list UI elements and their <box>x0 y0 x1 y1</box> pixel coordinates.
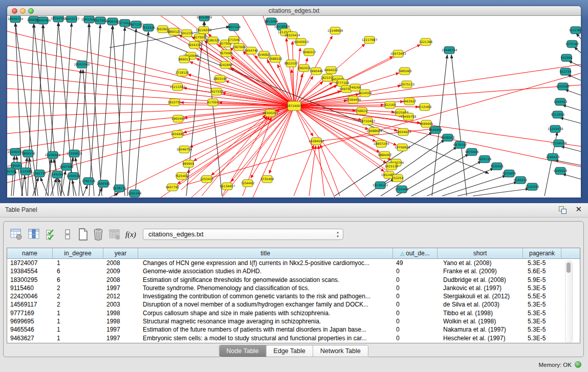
graph-node[interactable]: 1675685 <box>220 50 233 57</box>
table-row[interactable]: 911546021997Tourette syndrome. Phenomeno… <box>7 284 580 292</box>
citation-edge[interactable] <box>555 160 581 165</box>
table-cell[interactable]: 5.3E-5 <box>523 334 561 342</box>
graph-node[interactable]: 39152 <box>7 168 15 175</box>
graph-node[interactable]: 1221396 <box>419 38 433 46</box>
citation-edge-selected[interactable] <box>184 106 294 133</box>
column-header-short[interactable]: short <box>438 248 523 259</box>
graph-node[interactable]: 7515526 <box>142 24 156 31</box>
table-cell[interactable]: de Silva et al. (2003) <box>438 300 523 309</box>
table-cell[interactable]: 19384554 <box>7 267 53 275</box>
table-cell[interactable]: 0 <box>393 284 438 292</box>
graph-node[interactable]: 1810755 <box>168 99 182 106</box>
table-cell[interactable]: 5.5E-5 <box>523 292 561 300</box>
table-cell[interactable]: Stergiakouli et al. (2012) <box>438 292 523 300</box>
graph-node[interactable]: 7485063 <box>398 68 412 75</box>
graph-node[interactable]: 1115685 <box>19 168 33 175</box>
graph-node[interactable]: 1609581 <box>97 180 111 187</box>
graph-node[interactable]: 1678275 <box>113 185 126 192</box>
table-row[interactable]: 1830029562008Estimation of significance … <box>7 276 580 284</box>
clear-selection-icon[interactable] <box>61 228 74 241</box>
graph-node[interactable]: 9097588 <box>60 163 74 170</box>
graph-node[interactable]: 2935114 <box>478 156 492 163</box>
table-settings-icon[interactable] <box>10 228 23 241</box>
graph-node[interactable]: 417004 <box>207 99 219 106</box>
table-cell[interactable]: 0 <box>393 309 438 317</box>
table-cell[interactable]: 5.3E-5 <box>523 309 561 317</box>
table-cell[interactable]: 1998 <box>103 317 138 325</box>
table-cell[interactable]: Nakamura et al. (1997) <box>438 325 523 334</box>
graph-node[interactable]: 9242844 <box>219 61 233 69</box>
citation-edge-selected[interactable] <box>181 115 266 190</box>
column-header-title[interactable]: title <box>138 248 393 259</box>
graph-node[interactable]: 8813054 <box>265 18 278 25</box>
table-cell[interactable]: Estimation of significance thresholds fo… <box>138 276 393 284</box>
table-cell[interactable]: 9777169 <box>7 309 53 317</box>
table-cell[interactable]: 5.3E-5 <box>523 259 561 267</box>
graph-node[interactable]: 14055724 <box>8 16 24 23</box>
graph-node[interactable]: 1795725 <box>82 178 96 185</box>
graph-node[interactable]: 1965495 <box>171 115 185 122</box>
graph-node[interactable]: 2367608 <box>232 43 246 51</box>
column-header-pagerank[interactable]: pagerank <box>523 248 561 259</box>
graph-node[interactable]: 1733426 <box>395 186 409 193</box>
table-cell[interactable]: 1 <box>53 325 103 334</box>
column-header-out-de-[interactable]: △out_de... <box>393 248 438 259</box>
table-row[interactable]: 1872400712008Changes of HCN gene express… <box>7 259 580 267</box>
table-cell[interactable]: 5.9E-5 <box>523 276 561 284</box>
graph-node[interactable]: 19448794 <box>442 47 458 54</box>
table-scrollbar[interactable] <box>565 260 573 343</box>
window-titlebar[interactable]: citations_edges.txt <box>7 6 581 16</box>
table-cell[interactable]: 2009 <box>103 267 138 275</box>
graph-node[interactable]: 9884067 <box>378 151 392 159</box>
citation-edge[interactable] <box>83 185 88 196</box>
graph-node[interactable]: 6494022 <box>324 67 338 74</box>
graph-node[interactable]: 1527602 <box>94 17 107 24</box>
table-cell[interactable]: Genome-wide association studies in ADHD. <box>138 267 393 275</box>
graph-node[interactable]: 16046756 <box>177 146 192 153</box>
graph-node[interactable]: 12213383 <box>170 83 186 91</box>
graph-node[interactable]: 8213955 <box>551 111 565 118</box>
tab-network-table[interactable]: Network Table <box>313 345 368 357</box>
table-cell[interactable]: Dudbridge et al. (2008) <box>438 276 523 284</box>
table-cell[interactable]: 1 <box>53 259 103 267</box>
graph-node[interactable]: 19495758 <box>401 113 417 120</box>
table-cell[interactable]: 1997 <box>103 325 138 334</box>
graph-node[interactable]: 1990446 <box>310 68 323 75</box>
graph-node[interactable]: 798632 <box>356 107 368 115</box>
float-window-icon[interactable] <box>559 206 567 214</box>
graph-node[interactable]: 1562615 <box>297 64 311 72</box>
graph-node[interactable]: 20364456 <box>345 96 361 103</box>
graph-node[interactable]: 18325419 <box>285 32 300 39</box>
citation-edge[interactable] <box>135 32 148 196</box>
citation-edge[interactable] <box>83 70 94 196</box>
citation-edge[interactable] <box>568 75 581 80</box>
table-cell[interactable]: Investigating the contribution of common… <box>138 292 393 300</box>
graph-node[interactable]: 1640954 <box>429 126 443 134</box>
tab-edge-table[interactable]: Edge Table <box>266 345 312 357</box>
citation-edge-selected[interactable] <box>294 106 419 107</box>
table-cell[interactable]: 2 <box>53 300 103 309</box>
graph-node[interactable]: 2718126 <box>176 69 189 76</box>
citation-edge[interactable] <box>99 26 113 196</box>
graph-node[interactable]: 18226058 <box>196 27 212 34</box>
graph-node[interactable]: 9245012 <box>514 177 528 184</box>
graph-node[interactable]: 16053809 <box>197 16 212 21</box>
row-checklist-icon[interactable] <box>45 228 58 241</box>
graph-node[interactable]: 989013 <box>179 56 190 63</box>
graph-node[interactable]: 2803144 <box>213 75 227 82</box>
graph-node[interactable]: 1342737 <box>33 170 47 177</box>
citation-edge[interactable] <box>113 26 125 196</box>
table-cell[interactable]: Structural magnetic resonance image aver… <box>138 317 393 325</box>
table-cell[interactable]: 0 <box>393 325 438 334</box>
table-cell[interactable]: Yano et al. (2008) <box>438 259 523 267</box>
table-cell[interactable]: 49 <box>393 259 438 267</box>
table-cell[interactable]: 18300295 <box>7 276 53 284</box>
table-cell[interactable]: 9699695 <box>7 317 53 325</box>
column-header-name[interactable]: name <box>7 248 53 259</box>
graph-node[interactable]: 15134457 <box>220 183 235 190</box>
citation-edge[interactable] <box>473 189 529 196</box>
graph-node[interactable]: 9860123 <box>167 28 181 35</box>
graph-node[interactable]: 8454749 <box>245 47 258 54</box>
graph-node[interactable]: 932996 <box>561 54 573 61</box>
node-table[interactable]: namein_degreeyeartitle△out_de...shortpag… <box>7 248 580 343</box>
